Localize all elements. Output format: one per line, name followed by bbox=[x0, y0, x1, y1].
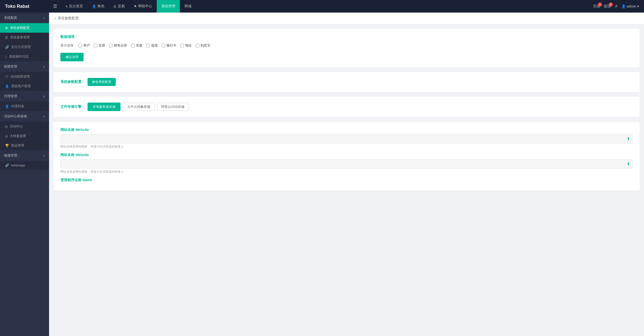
breadcrumb: » 系统参数配置 bbox=[49, 13, 644, 24]
prize-icon: 🏆 bbox=[5, 144, 9, 148]
field-input-wrap-website-1: ⬆ bbox=[60, 134, 633, 143]
qiniu-storage-button[interactable]: 七牛云对象存储 bbox=[123, 103, 154, 111]
sidebar-section-link[interactable]: 链接管理 ∨ bbox=[0, 150, 49, 161]
checkbox-transaction-input[interactable] bbox=[94, 44, 97, 47]
chevron-down-icon: ∨ bbox=[43, 95, 45, 98]
sidebar-item-menu-manage[interactable]: ☰ 系统菜单管理 bbox=[0, 33, 49, 42]
sidebar-subsection-agent: 👤 代理列表 bbox=[0, 102, 49, 111]
transaction-icon: ⚖ bbox=[113, 5, 116, 8]
field-hint-website-2: 网站名称及网站图标，将显示在浏览器的标签上 bbox=[60, 170, 633, 174]
top-navigation: Toko Rabat ☰ ≡ 后台首页 👤 角色 ⚖ 交易 ⚑ 帮助中心 系统管… bbox=[0, 0, 644, 13]
file-storage-title: 文件存储引擎： bbox=[60, 105, 85, 109]
refresh-button[interactable]: ↺ bbox=[615, 4, 618, 8]
checkbox-bankcard-input[interactable] bbox=[162, 44, 165, 47]
sidebar-section-agent[interactable]: 代理管理 ∨ bbox=[0, 91, 49, 102]
system-config-card: 系统参数配置： 修改系统配置 bbox=[53, 72, 640, 92]
withdraw-button[interactable]: 提现 0 bbox=[604, 4, 611, 9]
website-config-form: 网站名称 Website ⬆ 网站名称及网站图标，将显示在浏览器的标签上 网站名… bbox=[60, 128, 633, 182]
checkbox-withdraw[interactable]: 提现 bbox=[146, 43, 158, 48]
nav-right: 充值 0 提现 0 ↺ 👤 admin ▾ bbox=[593, 4, 644, 9]
nav-item-shop[interactable]: 商城 bbox=[180, 0, 196, 13]
user-icon: 👤 bbox=[5, 84, 9, 88]
data-clean-row: 显示选项 用户 交易 财务记录 bbox=[60, 43, 633, 48]
sidebar-item-activity-center[interactable]: ◎ 活动中心 bbox=[0, 122, 49, 131]
confirm-clean-button[interactable]: 确定清理 bbox=[60, 53, 84, 61]
sidebar-item-user-manage[interactable]: 👤 系统用户管理 bbox=[0, 81, 49, 91]
nav-item-help[interactable]: ⚑ 帮助中心 bbox=[129, 0, 157, 13]
checkbox-recharge[interactable]: 充值 bbox=[131, 43, 142, 48]
file-storage-card: 文件存储引擎： 本地服务器存储 七牛云对象存储 阿里云OSS存储 bbox=[53, 96, 640, 117]
chevron-down-icon: ∨ bbox=[43, 115, 45, 118]
sidebar-item-system-params[interactable]: ⚙ 系统参数配置 bbox=[0, 23, 49, 33]
sidebar-item-agent-list[interactable]: 👤 代理列表 bbox=[0, 102, 49, 111]
nav-items: ≡ 后台首页 👤 角色 ⚖ 交易 ⚑ 帮助中心 系统管理 商城 bbox=[61, 0, 593, 13]
checkbox-user[interactable]: 用户 bbox=[78, 43, 90, 48]
system-config-title: 系统参数配置： bbox=[60, 80, 85, 84]
checkbox-withdraw-input[interactable] bbox=[146, 44, 150, 47]
sidebar-section-title: 权限管理 bbox=[4, 64, 17, 69]
link-icon: 🔗 bbox=[5, 45, 9, 49]
recharge-button[interactable]: 充值 0 bbox=[593, 4, 600, 9]
sidebar-subsection-activity: ◎ 活动中心 ◎ 大转盘设置 🏆 奖品管理 bbox=[0, 122, 49, 150]
user-menu[interactable]: 👤 admin ▾ bbox=[621, 4, 639, 8]
nav-item-system[interactable]: 系统管理 bbox=[157, 0, 180, 13]
field-input-wrap-website-2: ⬆ bbox=[60, 159, 633, 169]
breadcrumb-arrow: » bbox=[54, 16, 56, 20]
agent-icon: 👤 bbox=[5, 105, 9, 108]
nav-item-role[interactable]: 👤 角色 bbox=[88, 0, 109, 13]
menu-toggle-icon[interactable]: ☰ bbox=[49, 4, 61, 9]
checkbox-address[interactable]: 地址 bbox=[180, 43, 192, 48]
spin-icon: ◎ bbox=[5, 134, 8, 138]
help-icon: ⚑ bbox=[134, 5, 137, 8]
modify-system-config-button[interactable]: 修改系统配置 bbox=[88, 78, 116, 86]
sidebar-item-payment-manage[interactable]: 🔗 支付方式管理 bbox=[0, 42, 49, 52]
checkbox-address-input[interactable] bbox=[180, 44, 184, 47]
refresh-icon: ↺ bbox=[615, 4, 618, 8]
field-label-website-2: 网站名称 Website bbox=[60, 153, 633, 157]
sidebar-item-whatsapp[interactable]: 🔗 whatsapp bbox=[0, 161, 49, 170]
sidebar-item-spin-wheel[interactable]: ◎ 大转盘设置 bbox=[0, 131, 49, 141]
checkbox-interest-input[interactable] bbox=[196, 44, 199, 47]
sidebar-item-operation-log[interactable]: □ 系统操作日志 bbox=[0, 52, 49, 61]
sidebar: 系统配置 ∨ ⚙ 系统参数配置 ☰ 系统菜单管理 🔗 支付方式管理 □ 系统操作… bbox=[0, 13, 49, 336]
main-layout: 系统配置 ∨ ⚙ 系统参数配置 ☰ 系统菜单管理 🔗 支付方式管理 □ 系统操作… bbox=[0, 13, 644, 336]
page-body: 数据清理： 显示选项 用户 交易 财 bbox=[49, 24, 644, 199]
system-config-row: 系统参数配置： 修改系统配置 bbox=[60, 78, 633, 86]
chevron-down-icon: ▾ bbox=[637, 4, 639, 8]
activity-icon: ◎ bbox=[5, 125, 8, 128]
website-name-input-1[interactable] bbox=[63, 137, 627, 141]
checkbox-transaction[interactable]: 交易 bbox=[94, 43, 105, 48]
local-storage-button[interactable]: 本地服务器存储 bbox=[88, 103, 120, 111]
sidebar-item-access-control[interactable]: 🛡 访问权限管理 bbox=[0, 72, 49, 81]
whatsapp-icon: 🔗 bbox=[5, 163, 9, 167]
sidebar-section-activity[interactable]: 活动中心和游戏 ∨ bbox=[0, 111, 49, 122]
sidebar-section-permission[interactable]: 权限管理 ∨ bbox=[0, 61, 49, 72]
main-content: » 系统参数配置 数据清理： 显示选项 用户 交易 bbox=[49, 13, 644, 336]
aliyun-oss-button[interactable]: 阿里云OSS存储 bbox=[157, 103, 189, 111]
brand-logo: Toko Rabat bbox=[0, 4, 49, 9]
recharge-badge: 0 bbox=[598, 3, 602, 7]
user-icon: 👤 bbox=[621, 4, 626, 8]
display-options-label: 显示选项 bbox=[60, 43, 73, 48]
upload-icon-2[interactable]: ⬆ bbox=[627, 162, 630, 166]
sidebar-section-system-config[interactable]: 系统配置 ∨ bbox=[0, 13, 49, 23]
checkbox-group: 用户 交易 财务记录 充值 bbox=[78, 43, 210, 48]
checkbox-recharge-input[interactable] bbox=[131, 44, 135, 47]
chevron-down-icon: ∨ bbox=[43, 16, 45, 20]
nav-item-transaction[interactable]: ⚖ 交易 bbox=[109, 0, 129, 13]
checkbox-finance-input[interactable] bbox=[109, 44, 113, 47]
checkbox-interest[interactable]: 利息宝 bbox=[196, 43, 210, 48]
checkbox-bankcard[interactable]: 银行卡 bbox=[162, 43, 176, 48]
sidebar-item-prize-manage[interactable]: 🏆 奖品管理 bbox=[0, 141, 49, 150]
field-label-admin-name: 管理程序名称 Name bbox=[60, 178, 633, 182]
breadcrumb-current: 系统参数配置 bbox=[58, 16, 79, 21]
website-name-input-2[interactable] bbox=[63, 162, 627, 166]
website-config-card: 网站名称 Website ⬆ 网站名称及网站图标，将显示在浏览器的标签上 网站名… bbox=[53, 121, 640, 191]
checkbox-user-input[interactable] bbox=[78, 44, 82, 47]
upload-icon-1[interactable]: ⬆ bbox=[627, 136, 630, 141]
chevron-down-icon: ∨ bbox=[43, 154, 45, 157]
nav-item-dashboard[interactable]: ≡ 后台首页 bbox=[61, 0, 88, 13]
gear-icon: ⚙ bbox=[5, 26, 8, 30]
checkbox-finance[interactable]: 财务记录 bbox=[109, 43, 127, 48]
sidebar-section-title: 代理管理 bbox=[4, 94, 17, 99]
